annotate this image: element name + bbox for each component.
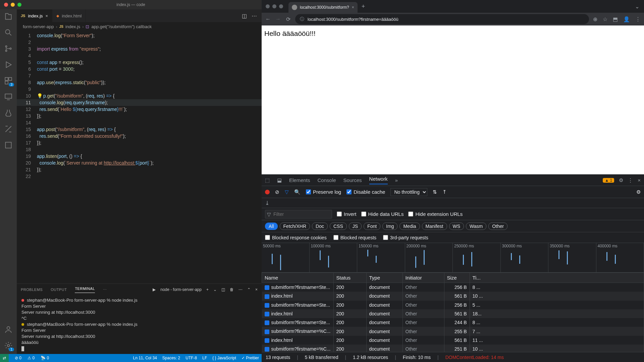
minimize-window-icon[interactable] — [11, 3, 15, 7]
filter-input[interactable] — [265, 210, 332, 219]
tab-index-js[interactable]: JS index.js × — [17, 9, 52, 22]
filter-chip-fetchxhr[interactable]: Fetch/XHR — [280, 223, 310, 230]
extensions-icon[interactable]: ⬒ — [613, 16, 618, 22]
split-terminal-icon[interactable]: ◫ — [221, 287, 225, 292]
network-conditions-icon[interactable]: ⇅ — [433, 189, 437, 195]
status-indentation[interactable]: Spaces: 2 — [162, 356, 180, 360]
remote-indicator[interactable]: ⇄ — [0, 354, 9, 362]
devtools-tab-elements[interactable]: Elements — [289, 177, 310, 183]
col-initiator[interactable]: Initiator — [402, 273, 444, 283]
maximize-window-icon[interactable] — [279, 4, 283, 8]
settings-icon[interactable]: 1 — [4, 341, 13, 350]
import-har-icon[interactable]: ⤒ — [442, 189, 447, 195]
code-line[interactable]: 1console.log("Form Server"); — [17, 32, 262, 39]
code-line[interactable]: 22 — [17, 173, 262, 180]
close-window-icon[interactable] — [266, 4, 270, 8]
browser-tab[interactable]: localhost:3000/submitform? × — [288, 2, 358, 13]
terminal-dropdown-icon[interactable]: ⌄ — [213, 287, 217, 292]
code-line[interactable]: 7 — [17, 72, 262, 79]
status-language[interactable]: { } JavaScript — [212, 356, 236, 360]
forward-icon[interactable]: → — [275, 16, 281, 22]
maximize-panel-icon[interactable]: ⌃ — [247, 287, 251, 292]
download-icon[interactable]: ⤓ — [265, 200, 269, 206]
code-line[interactable]: 15app.post("/submitform", (req, res) => … — [17, 126, 262, 133]
timeline-overview[interactable]: 50000 ms100000 ms150000 ms200000 ms25000… — [262, 243, 644, 273]
status-eol[interactable]: LF — [202, 356, 207, 360]
devtools-settings-icon[interactable]: ⚙ — [619, 177, 623, 183]
filter-chip-other[interactable]: Other — [488, 223, 507, 230]
terminal-process-label[interactable]: node - form-server-app — [160, 287, 202, 292]
filter-chip-wasm[interactable]: Wasm — [466, 223, 486, 230]
terminal-more-icon[interactable]: ⋯ — [238, 287, 243, 292]
code-line[interactable]: 21}); — [17, 166, 262, 173]
code-line[interactable]: 14 — [17, 119, 262, 126]
filter-chip-img[interactable]: Img — [382, 223, 397, 230]
close-tab-icon[interactable]: × — [352, 5, 354, 10]
status-radio[interactable]: 📡 0 — [41, 356, 49, 360]
hide-extension-urls-checkbox[interactable]: Hide extension URLs — [408, 211, 463, 217]
throttling-select[interactable]: No throttling — [390, 188, 427, 196]
kill-terminal-icon[interactable]: 🗑 — [230, 287, 234, 292]
panel-tab-terminal[interactable]: TERMINAL — [75, 287, 95, 293]
code-line[interactable]: 20 console.log(`Server running at http:/… — [17, 160, 262, 166]
zoom-icon[interactable]: ⊕ — [593, 16, 597, 22]
site-info-icon[interactable]: ⓘ — [300, 16, 304, 22]
col-time[interactable]: Ti... — [470, 273, 644, 283]
menu-icon[interactable]: ⋮ — [635, 16, 641, 22]
code-line[interactable]: 2 — [17, 39, 262, 46]
minimize-window-icon[interactable] — [272, 4, 276, 8]
status-encoding[interactable]: UTF-8 — [185, 356, 197, 360]
network-row[interactable]: submitform?firstname=%C...200documentOth… — [262, 327, 644, 336]
col-size[interactable]: Size — [444, 273, 470, 283]
code-line[interactable]: 19app.listen(port, () => { — [17, 153, 262, 160]
devtools-tab-sources[interactable]: Sources — [343, 177, 362, 183]
status-errors[interactable]: ⊘ 0 — [15, 356, 21, 360]
third-party-checkbox[interactable]: 3rd-party requests — [383, 235, 428, 240]
profile-icon[interactable]: 👤 — [623, 16, 630, 22]
devtools-more-tabs-icon[interactable]: » — [395, 177, 398, 183]
search-icon[interactable]: 🔍 — [294, 189, 301, 195]
extensions-icon[interactable]: 3 — [4, 76, 13, 85]
breadcrumb[interactable]: form-server-app› JS index.js› ⊡ app.get(… — [17, 22, 262, 31]
code-line[interactable]: 9 — [17, 86, 262, 93]
status-cursor-position[interactable]: Ln 11, Col 34 — [133, 356, 157, 360]
code-line[interactable]: 13}); — [17, 113, 262, 119]
devtools-tab-console[interactable]: Console — [318, 177, 336, 183]
code-line[interactable]: 6const port = 3000; — [17, 66, 262, 72]
network-row[interactable]: submitform?firstname=%C...200documentOth… — [262, 345, 644, 352]
code-line[interactable]: 18 — [17, 146, 262, 153]
filter-chip-doc[interactable]: Doc — [312, 223, 328, 230]
testing-icon[interactable] — [4, 109, 13, 117]
network-row[interactable]: submitform?firstname=Ste...200documentOt… — [262, 318, 644, 327]
close-window-icon[interactable] — [4, 3, 8, 7]
close-panel-icon[interactable]: × — [255, 287, 258, 292]
code-line[interactable]: 11 console.log(req.query.firstname); — [17, 99, 262, 106]
code-line[interactable]: 4 — [17, 52, 262, 59]
close-tab-icon[interactable]: × — [46, 13, 48, 18]
filter-chip-manifest[interactable]: Manifest — [422, 223, 447, 230]
col-name[interactable]: Name — [262, 273, 334, 283]
maximize-window-icon[interactable] — [17, 3, 21, 7]
warnings-badge[interactable]: ▲ 1 — [603, 178, 614, 183]
disable-cache-checkbox[interactable]: Disable cache — [346, 189, 385, 195]
panel-tab-more[interactable]: ⋯ — [103, 288, 107, 292]
preserve-log-checkbox[interactable]: Preserve log — [306, 189, 341, 195]
panel-tab-problems[interactable]: PROBLEMS — [21, 288, 43, 292]
filter-chip-all[interactable]: All — [265, 223, 278, 230]
network-row[interactable]: submitform?firstname=Ste...200documentOt… — [262, 283, 644, 292]
filter-toggle-icon[interactable]: ▽ — [285, 189, 289, 195]
invert-checkbox[interactable]: Invert — [337, 211, 357, 217]
back-icon[interactable]: ← — [265, 16, 271, 22]
filter-chip-js[interactable]: JS — [349, 223, 362, 230]
code-line[interactable]: 3import express from "express"; — [17, 46, 262, 52]
devtools-close-icon[interactable]: × — [638, 177, 641, 183]
blocked-cookies-checkbox[interactable]: Blocked response cookies — [265, 235, 327, 240]
status-warnings[interactable]: ⚠ 0 — [28, 356, 35, 360]
device-toggle-icon[interactable]: ⬓ — [277, 177, 282, 183]
new-terminal-icon[interactable]: + — [206, 287, 209, 292]
filter-chip-font[interactable]: Font — [364, 223, 380, 230]
run-debug-icon[interactable] — [4, 60, 13, 69]
network-row[interactable]: index.html200documentOther561 B10 ... — [262, 292, 644, 300]
code-line[interactable]: 17}); — [17, 139, 262, 146]
inspect-icon[interactable]: ⬚ — [265, 177, 270, 183]
